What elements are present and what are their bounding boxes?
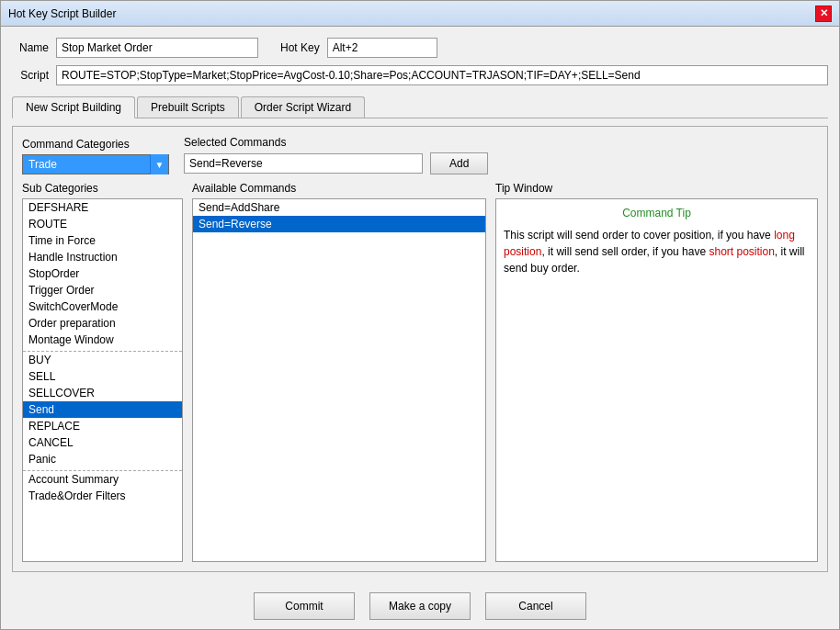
name-input[interactable] — [56, 38, 258, 58]
selected-commands-input[interactable] — [184, 153, 423, 174]
list-item[interactable]: SELL — [23, 368, 182, 385]
list-item[interactable]: REPLACE — [23, 418, 182, 434]
command-categories-label: Command Categories — [22, 138, 169, 151]
sub-categories-col: Sub Categories DEFSHAREROUTETime in Forc… — [22, 182, 183, 562]
command-categories-dropdown[interactable]: Trade ▼ — [22, 154, 169, 174]
tip-title: Command Tip — [504, 207, 810, 219]
list-item[interactable]: Account Summary — [23, 471, 182, 488]
list-item[interactable]: BUY — [23, 352, 182, 368]
sub-categories-list[interactable]: DEFSHAREROUTETime in ForceHandle Instruc… — [22, 198, 183, 562]
script-label: Script — [12, 69, 49, 82]
list-item[interactable]: Send — [23, 401, 182, 418]
tip-highlight-2: short position — [709, 245, 774, 258]
script-row: Script — [12, 65, 828, 85]
command-row: Command Categories Trade ▼ Selected Comm… — [22, 136, 818, 174]
three-column-area: Sub Categories DEFSHAREROUTETime in Forc… — [22, 182, 818, 562]
name-hotkey-row: Name Hot Key — [12, 38, 828, 58]
list-item[interactable]: Send=AddShare — [193, 199, 485, 216]
commit-button[interactable]: Commit — [254, 592, 355, 620]
tip-text-content: This script will send order to cover pos… — [504, 229, 774, 242]
selected-commands-row: Add — [184, 152, 488, 174]
selected-commands-section: Selected Commands Add — [184, 136, 488, 174]
list-item[interactable]: ROUTE — [23, 216, 182, 232]
list-item[interactable]: Time in Force — [23, 232, 182, 249]
add-button[interactable]: Add — [430, 152, 488, 174]
dropdown-arrow-icon[interactable]: ▼ — [150, 154, 168, 174]
list-item[interactable]: StopOrder — [23, 265, 182, 282]
tab-new-script-building[interactable]: New Script Building — [12, 96, 135, 118]
tip-window-label: Tip Window — [495, 182, 818, 195]
close-button[interactable]: ✕ — [815, 6, 832, 22]
make-copy-button[interactable]: Make a copy — [369, 592, 471, 620]
selected-commands-label: Selected Commands — [184, 136, 488, 149]
tab-prebuilt-scripts[interactable]: Prebuilt Scripts — [137, 96, 239, 118]
cancel-button[interactable]: Cancel — [485, 592, 586, 620]
footer: Commit Make a copy Cancel — [1, 583, 839, 629]
tip-window-col: Tip Window Command Tip This script will … — [495, 182, 818, 562]
available-commands-col: Available Commands Send=AddShareSend=Rev… — [192, 182, 486, 562]
tip-text-2: , it will send sell order, if you have — [541, 245, 709, 258]
list-item[interactable]: Trigger Order — [23, 282, 182, 298]
script-input[interactable] — [56, 65, 828, 85]
list-item[interactable]: Montage Window — [23, 332, 182, 348]
list-item[interactable]: Trade&Order Filters — [23, 488, 182, 504]
hotkey-input[interactable] — [327, 38, 437, 58]
window-title: Hot Key Script Builder — [8, 7, 116, 20]
sub-categories-label: Sub Categories — [22, 182, 183, 195]
tab-order-script-wizard[interactable]: Order Script Wizard — [241, 96, 365, 118]
command-categories-section: Command Categories Trade ▼ — [22, 138, 169, 174]
hotkey-label: Hot Key — [280, 41, 320, 54]
command-categories-value: Trade — [23, 156, 150, 173]
list-item[interactable]: Send=Reverse — [193, 216, 485, 232]
list-item[interactable]: DEFSHARE — [23, 199, 182, 216]
tab-bar: New Script Building Prebuilt Scripts Ord… — [12, 96, 828, 118]
list-item[interactable]: Panic — [23, 451, 182, 467]
main-window: Hot Key Script Builder ✕ Name Hot Key Sc… — [0, 0, 840, 630]
available-commands-list[interactable]: Send=AddShareSend=Reverse — [192, 198, 486, 562]
list-item[interactable]: Order preparation — [23, 315, 182, 332]
name-label: Name — [12, 41, 49, 54]
list-item[interactable]: Handle Instruction — [23, 249, 182, 265]
title-bar: Hot Key Script Builder ✕ — [1, 1, 839, 27]
available-commands-label: Available Commands — [192, 182, 486, 195]
list-item[interactable]: CANCEL — [23, 434, 182, 451]
tip-box: Command Tip This script will send order … — [495, 198, 818, 562]
tip-text: This script will send order to cover pos… — [504, 227, 810, 276]
list-item[interactable]: SELLCOVER — [23, 385, 182, 401]
content-area: Name Hot Key Script New Script Building … — [1, 27, 839, 583]
list-item[interactable]: SwitchCoverMode — [23, 298, 182, 315]
main-panel: Command Categories Trade ▼ Selected Comm… — [12, 126, 828, 572]
